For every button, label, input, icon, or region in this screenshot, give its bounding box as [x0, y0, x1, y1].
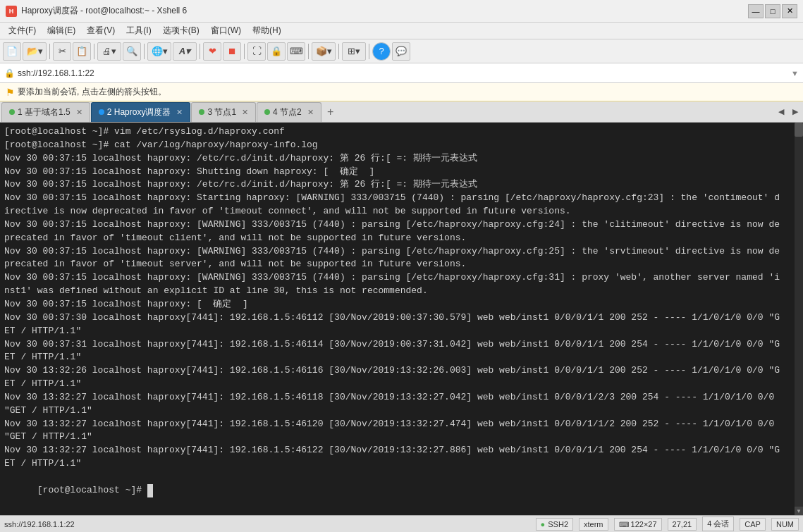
toolbar-cut[interactable]: ✂ [53, 42, 71, 61]
infobar-icon: ⚑ [6, 87, 15, 98]
statusbar-addr: ssh://192.168.1.1:22 [4, 520, 75, 528]
menu-tools[interactable]: 工具(I) [121, 23, 157, 38]
menubar: 文件(F) 编辑(E) 查看(V) 工具(I) 选项卡(B) 窗口(W) 帮助(… [0, 23, 803, 39]
toolbar-font[interactable]: A▾ [173, 42, 197, 61]
minimize-button[interactable]: — [748, 4, 764, 18]
tab-nav-prev[interactable]: ◀ [775, 106, 787, 118]
term-line-1: [root@localhost ~]# vim /etc/rsyslog.d/h… [4, 125, 785, 139]
tab-close-1[interactable]: ✕ [76, 108, 82, 117]
tab-3[interactable]: 3 节点1 ✕ [191, 102, 256, 122]
tab-indicator-1 [9, 109, 15, 115]
toolbar-copy[interactable]: 📋 [73, 42, 91, 61]
toolbar-transfer[interactable]: 📦▾ [312, 42, 336, 61]
toolbar-sep5 [244, 44, 245, 59]
menu-edit[interactable]: 编辑(E) [42, 23, 81, 38]
terminal[interactable]: [root@localhost ~]# vim /etc/rsyslog.d/h… [0, 123, 795, 515]
tab-indicator-3 [199, 109, 204, 115]
titlebar-controls: — □ ✕ [748, 4, 797, 18]
statusbar-size: ⌨ 122×27 [614, 518, 662, 531]
term-line-13: Nov 30 13:32:26 localhost haproxy[7441]:… [4, 364, 785, 391]
titlebar: H Haproxy调度器 - root@localhost:~ - Xshell… [0, 0, 803, 23]
infobar-text: 要添加当前会话, 点击左侧的箭头按钮。 [18, 86, 166, 98]
statusbar-caps: CAP [740, 518, 766, 531]
term-cursor [147, 484, 153, 497]
toolbar-lock[interactable]: 🔒 [267, 42, 286, 61]
term-line-12: Nov 30 00:37:31 localhost haproxy[7441]:… [4, 338, 785, 365]
term-line-2: [root@localhost ~]# cat /var/log/haproxy… [4, 139, 785, 152]
term-line-3: Nov 30 00:37:15 localhost haproxy: /etc/… [4, 152, 785, 166]
tab-1[interactable]: 1 基于域名1.5 ✕ [1, 102, 90, 122]
toolbar-sep3 [144, 44, 145, 59]
term-prompt: [root@localhost ~]# [37, 485, 147, 495]
toolbar-sep4 [200, 44, 200, 59]
tab-label-4: 4 节点2 [273, 106, 302, 118]
tabbar: 1 基于域名1.5 ✕ 2 Haproxy调度器 ✕ 3 节点1 ✕ 4 节点2… [0, 101, 803, 123]
address-dropdown[interactable]: ▼ [791, 69, 799, 78]
toolbar-keyboard[interactable]: ⌨ [287, 42, 305, 61]
menu-window[interactable]: 窗口(W) [205, 23, 247, 38]
toolbar-open[interactable]: 📂▾ [23, 42, 47, 61]
menu-tabs[interactable]: 选项卡(B) [157, 23, 205, 38]
terminal-scrollbar[interactable]: ▼ [795, 123, 803, 515]
address-icon: 🔒 [4, 68, 15, 78]
toolbar-sep8 [369, 44, 369, 59]
tab-label-2: 2 Haproxy调度器 [107, 106, 171, 118]
toolbar-layout[interactable]: ⊞▾ [342, 42, 366, 61]
infobar: ⚑ 要添加当前会话, 点击左侧的箭头按钮。 [0, 83, 803, 101]
menu-view[interactable]: 查看(V) [81, 23, 121, 38]
term-line-4: Nov 30 00:37:15 localhost haproxy: Shutt… [4, 166, 785, 179]
menu-help[interactable]: 帮助(H) [247, 23, 287, 38]
term-line-16: Nov 30 13:32:27 localhost haproxy[7441]:… [4, 444, 785, 471]
toolbar-help[interactable]: ? [372, 42, 391, 61]
toolbar-new[interactable]: 📄 [3, 42, 21, 61]
toolbar-chat[interactable]: 💬 [392, 42, 410, 61]
tab-label-1: 1 基于域名1.5 [18, 106, 71, 118]
toolbar-sep1 [49, 44, 50, 59]
statusbar-ssh: SSH2 [536, 518, 573, 531]
tab-label-3: 3 节点1 [207, 106, 236, 118]
titlebar-left: H Haproxy调度器 - root@localhost:~ - Xshell… [6, 5, 187, 17]
term-line-9: Nov 30 00:37:15 localhost haproxy: [WARN… [4, 271, 785, 298]
tab-indicator-4 [264, 109, 270, 115]
toolbar-search[interactable]: 🔍 [123, 42, 141, 61]
tab-close-4[interactable]: ✕ [307, 108, 314, 117]
term-line-6: Nov 30 00:37:15 localhost haproxy: Start… [4, 192, 785, 218]
term-line-15: Nov 30 13:32:27 localhost haproxy[7441]:… [4, 418, 785, 445]
toolbar-stop[interactable]: ⏹ [223, 42, 241, 61]
toolbar-fullscreen[interactable]: ⛶ [247, 42, 266, 61]
tab-indicator-2 [99, 109, 104, 115]
toolbar-sep7 [338, 44, 339, 59]
statusbar-sessions: 4 会话 [702, 516, 734, 531]
term-line-11: Nov 30 00:37:30 localhost haproxy[7441]:… [4, 311, 785, 338]
statusbar: ssh://192.168.1.1:22 SSH2 xterm ⌨ 122×27… [0, 515, 803, 532]
app-icon: H [6, 6, 17, 17]
maximize-button[interactable]: □ [765, 4, 780, 18]
terminal-scrollbar-thumb[interactable] [795, 123, 803, 137]
term-line-7: Nov 30 00:37:15 localhost haproxy: [WARN… [4, 218, 785, 245]
toolbar: 📄 📂▾ ✂ 📋 🖨▾ 🔍 🌐▾ A▾ ❤ ⏹ ⛶ 🔒 ⌨ 📦▾ ⊞▾ ? 💬 [0, 39, 803, 63]
close-button[interactable]: ✕ [782, 4, 797, 18]
toolbar-heart[interactable]: ❤ [203, 42, 221, 61]
toolbar-print[interactable]: 🖨▾ [97, 42, 121, 61]
addressbar: 🔒 ssh://192.168.1.1:22 ▼ [0, 63, 803, 83]
tab-add-button[interactable]: + [322, 104, 339, 120]
tab-4[interactable]: 4 节点2 ✕ [257, 102, 321, 122]
titlebar-title: Haproxy调度器 - root@localhost:~ - Xshell 6 [21, 5, 187, 17]
term-line-14: Nov 30 13:32:27 localhost haproxy[7441]:… [4, 391, 785, 418]
statusbar-pos: 27,21 [668, 518, 697, 531]
terminal-scroll-down[interactable]: ▼ [795, 507, 803, 515]
address-text: ssh://192.168.1.1:22 [18, 68, 788, 78]
tab-nav-next[interactable]: ▶ [789, 106, 802, 118]
tab-nav: ◀ ▶ [775, 106, 802, 118]
tab-close-2[interactable]: ✕ [176, 108, 183, 117]
term-line-10: Nov 30 00:37:15 localhost haproxy: [ 确定 … [4, 298, 785, 311]
tab-2[interactable]: 2 Haproxy调度器 ✕ [91, 102, 191, 122]
tab-close-3[interactable]: ✕ [242, 108, 248, 117]
statusbar-num: NUM [771, 518, 799, 531]
toolbar-sep6 [308, 44, 309, 59]
term-line-17: [root@localhost ~]# [4, 471, 785, 511]
toolbar-globe[interactable]: 🌐▾ [147, 42, 171, 61]
menu-file[interactable]: 文件(F) [3, 23, 42, 38]
statusbar-term: xterm [579, 518, 608, 531]
toolbar-sep2 [94, 44, 94, 59]
